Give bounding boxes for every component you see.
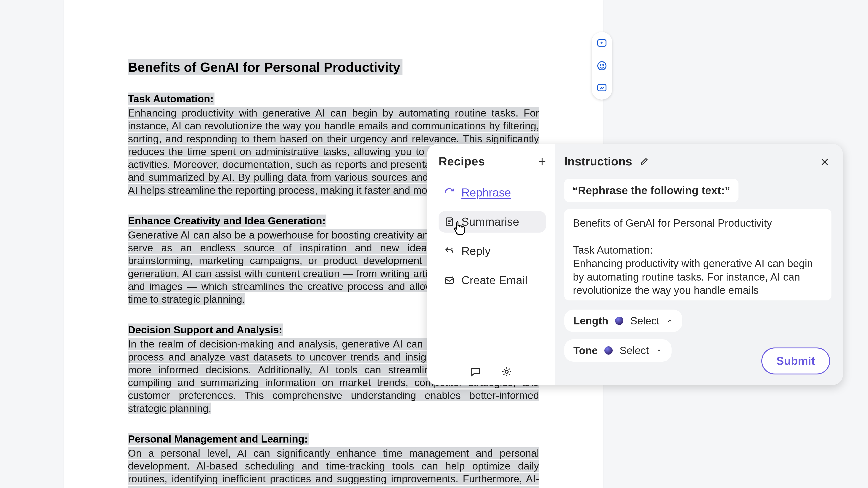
close-icon bbox=[820, 157, 830, 167]
recipes-header: Recipes + bbox=[439, 154, 546, 168]
length-value: Select bbox=[630, 314, 659, 327]
gem-icon bbox=[604, 346, 613, 355]
refresh-icon bbox=[443, 187, 455, 198]
add-recipe-button[interactable]: + bbox=[538, 155, 546, 168]
add-comment-button[interactable] bbox=[596, 37, 608, 49]
svg-rect-6 bbox=[445, 278, 454, 283]
tone-value: Select bbox=[619, 344, 649, 357]
recipes-column: Recipes + Rephrase Summarise Reply bbox=[427, 144, 555, 385]
smiley-icon bbox=[596, 60, 608, 71]
instructions-title: Instructions bbox=[564, 154, 632, 168]
recipes-title: Recipes bbox=[439, 154, 485, 168]
section-heading: Personal Management and Learning: bbox=[128, 433, 309, 445]
suggest-edit-icon bbox=[596, 83, 608, 94]
edit-instructions-button[interactable] bbox=[639, 156, 650, 166]
email-sparkle-icon bbox=[443, 275, 455, 286]
recipe-item-rephrase[interactable]: Rephrase bbox=[439, 182, 546, 203]
chevron-up-icon bbox=[656, 347, 662, 354]
suggest-edits-button[interactable] bbox=[596, 82, 608, 94]
instructions-header: Instructions bbox=[564, 154, 832, 168]
section-body: On a personal level, AI can significantl… bbox=[128, 447, 539, 488]
context-preview[interactable]: Benefits of GenAI for Personal Productiv… bbox=[564, 209, 832, 300]
recipe-item-summarise[interactable]: Summarise bbox=[439, 211, 546, 233]
svg-point-2 bbox=[600, 64, 601, 65]
document-section: Personal Management and Learning: On a p… bbox=[128, 433, 539, 488]
gem-icon bbox=[615, 317, 623, 325]
close-panel-button[interactable] bbox=[819, 156, 831, 168]
tone-label: Tone bbox=[574, 344, 597, 357]
svg-point-3 bbox=[603, 64, 604, 65]
svg-point-7 bbox=[505, 370, 508, 373]
reply-sparkle-icon bbox=[443, 245, 455, 257]
recipe-label: Rephrase bbox=[461, 186, 511, 199]
section-heading: Decision Support and Analysis: bbox=[128, 324, 283, 336]
recipe-label: Summarise bbox=[461, 215, 519, 228]
recipe-list: Rephrase Summarise Reply Create Email bbox=[439, 182, 546, 291]
add-reaction-button[interactable] bbox=[596, 60, 608, 72]
document-title: Benefits of GenAI for Personal Productiv… bbox=[128, 59, 402, 75]
chevron-up-icon bbox=[666, 317, 673, 324]
recipe-label: Create Email bbox=[461, 274, 527, 287]
length-select[interactable]: Length Select bbox=[564, 310, 682, 332]
recipe-item-reply[interactable]: Reply bbox=[439, 240, 546, 262]
length-label: Length bbox=[574, 314, 608, 327]
svg-point-1 bbox=[598, 62, 606, 70]
chat-button[interactable] bbox=[469, 365, 482, 378]
comment-plus-icon bbox=[596, 38, 608, 49]
pencil-icon bbox=[640, 156, 649, 166]
chat-icon bbox=[470, 366, 481, 377]
instructions-column: Instructions “Rephrase the following tex… bbox=[555, 144, 843, 385]
settings-button[interactable] bbox=[500, 365, 513, 378]
prompt-text: “Rephrase the following text:” bbox=[564, 179, 739, 202]
floating-toolbar bbox=[592, 32, 612, 100]
recipes-footer bbox=[427, 365, 555, 378]
submit-button[interactable]: Submit bbox=[761, 347, 830, 374]
ai-panel: Recipes + Rephrase Summarise Reply bbox=[427, 144, 843, 385]
tone-select[interactable]: Tone Select bbox=[564, 339, 672, 362]
section-heading: Enhance Creativity and Idea Generation: bbox=[128, 215, 327, 227]
recipe-label: Reply bbox=[461, 244, 491, 258]
document-sparkle-icon bbox=[443, 216, 455, 227]
gear-icon bbox=[501, 366, 513, 377]
recipe-item-create-email[interactable]: Create Email bbox=[439, 270, 546, 291]
section-heading: Task Automation: bbox=[128, 93, 215, 105]
